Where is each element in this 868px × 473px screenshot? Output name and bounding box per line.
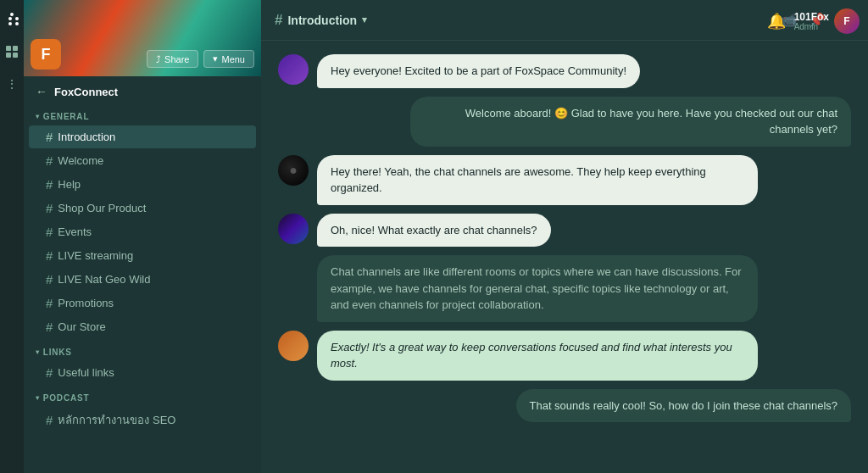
channel-help[interactable]: # Help: [29, 173, 256, 196]
avatar-orange: [278, 331, 309, 361]
menu-button[interactable]: ▾ Menu: [203, 50, 254, 68]
channel-our-store[interactable]: # Our Store: [29, 315, 256, 338]
category-links[interactable]: ▾ LINKS: [24, 339, 261, 360]
hash-icon: #: [46, 225, 53, 239]
message-bubble: Hey everyone! Excited to be a part of Fo…: [317, 54, 640, 88]
nav-icon-dots[interactable]: ⋮: [3, 75, 21, 93]
message-bubble: That sounds really cool! So, how do I jo…: [516, 389, 852, 423]
message-row: Chat channels are like different rooms o…: [317, 255, 851, 322]
avatar-galaxy: [278, 214, 309, 244]
sidebar-logo: F: [31, 39, 61, 70]
hash-icon: #: [46, 320, 53, 334]
sidebar: F ⤴ Share ▾ Menu ← FoxConnect ▾ GENERAL …: [24, 0, 261, 473]
avatar[interactable]: F: [834, 8, 860, 34]
message-row: That sounds really cool! So, how do I jo…: [278, 389, 851, 423]
sidebar-scroll: ▾ GENERAL # Introduction # Welcome # Hel…: [24, 103, 261, 473]
server-name: FoxConnect: [54, 86, 118, 98]
chat-area: Hey everyone! Excited to be a part of Fo…: [261, 41, 868, 473]
channel-introduction[interactable]: # Introduction: [29, 125, 256, 148]
hash-icon: #: [46, 296, 53, 310]
category-general[interactable]: ▾ GENERAL: [24, 103, 261, 125]
hash-icon: #: [46, 413, 53, 427]
topbar-left: # Introduction ▾: [275, 12, 367, 29]
message-row: ● Hey there! Yeah, the chat channels are…: [278, 155, 851, 205]
message-row: Oh, nice! What exactly are chat channels…: [278, 214, 851, 248]
channel-promotions[interactable]: # Promotions: [29, 292, 256, 314]
message-row: Hey everyone! Excited to be a part of Fo…: [278, 54, 851, 88]
sidebar-actions: ⤴ Share ▾ Menu: [147, 50, 254, 68]
channel-shop[interactable]: # Shop Our Product: [29, 197, 256, 220]
channel-live-streaming[interactable]: # LIVE streaming: [29, 244, 256, 267]
topbar-hash-icon: #: [275, 12, 282, 29]
user-role: Admin: [794, 22, 829, 31]
avatar-dark: ●: [278, 155, 309, 186]
svg-rect-2: [6, 53, 11, 58]
username: 101Fox: [794, 12, 829, 22]
message-row: Exactly! It's a great way to keep conver…: [278, 331, 851, 381]
share-icon: ⤴: [156, 54, 161, 64]
channel-events[interactable]: # Events: [29, 220, 256, 243]
message-bubble: Chat channels are like different rooms o…: [317, 255, 758, 322]
message-bubble: Exactly! It's a great way to keep conver…: [317, 331, 758, 381]
avatar-purple: [278, 54, 309, 85]
user-area: 🔔 101Fox Admin F: [767, 8, 860, 34]
main-content: # Introduction ▾ 📹 📌 👥 Hey everyone! Exc…: [261, 0, 868, 473]
svg-rect-0: [6, 46, 11, 51]
message-bubble: Oh, nice! What exactly are chat channels…: [317, 214, 551, 248]
chevron-links-icon: ▾: [36, 348, 40, 356]
message-bubble: Hey there! Yeah, the chat channels are a…: [317, 155, 758, 205]
sidebar-banner: F ⤴ Share ▾ Menu: [24, 0, 261, 76]
back-arrow-icon: ←: [36, 85, 47, 98]
topbar-chevron-icon[interactable]: ▾: [362, 14, 367, 25]
hash-icon: #: [46, 177, 53, 192]
category-podcast[interactable]: ▾ PODCAST: [24, 385, 261, 406]
svg-rect-1: [13, 46, 18, 51]
chevron-general-icon: ▾: [36, 113, 40, 120]
share-button[interactable]: ⤴ Share: [147, 50, 198, 68]
notification-icon[interactable]: 🔔: [767, 12, 786, 31]
left-icon-strip: ⋮: [0, 0, 24, 473]
message-bubble: Welcome aboard! 😊 Glad to have you here.…: [410, 97, 851, 147]
nav-icon-home[interactable]: [3, 10, 21, 29]
hash-icon: #: [46, 153, 53, 168]
channel-useful-links[interactable]: # Useful links: [29, 361, 256, 384]
hash-icon: #: [46, 130, 53, 144]
chevron-icon: ▾: [213, 53, 218, 64]
svg-rect-3: [13, 53, 18, 58]
chevron-podcast-icon: ▾: [36, 394, 40, 402]
topbar-channel-name: Introduction: [287, 14, 357, 27]
user-info: 101Fox Admin F: [794, 8, 860, 34]
channel-live-natgeo[interactable]: # LIVE Nat Geo Wild: [29, 268, 256, 291]
channel-welcome[interactable]: # Welcome: [29, 149, 256, 172]
message-row: Welcome aboard! 😊 Glad to have you here.…: [278, 97, 851, 147]
hash-icon: #: [46, 201, 53, 215]
hash-icon: #: [46, 365, 53, 380]
hash-icon: #: [46, 248, 53, 263]
server-name-row[interactable]: ← FoxConnect: [24, 76, 261, 103]
hash-icon: #: [46, 272, 53, 287]
nav-icon-grid[interactable]: [3, 42, 21, 61]
channel-seo[interactable]: # หลักการทำงานของ SEO: [29, 407, 256, 433]
